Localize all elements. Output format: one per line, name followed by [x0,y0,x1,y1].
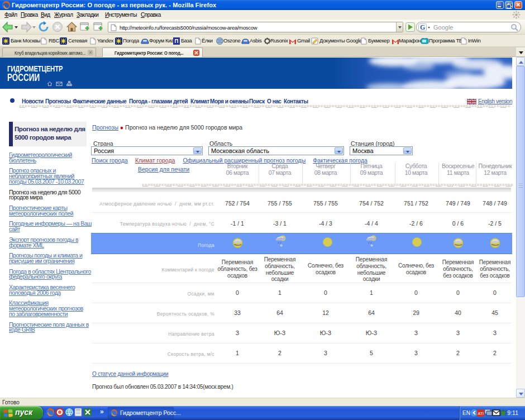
svg-text:G: G [420,23,425,31]
svg-text:ATI: ATI [478,412,484,416]
